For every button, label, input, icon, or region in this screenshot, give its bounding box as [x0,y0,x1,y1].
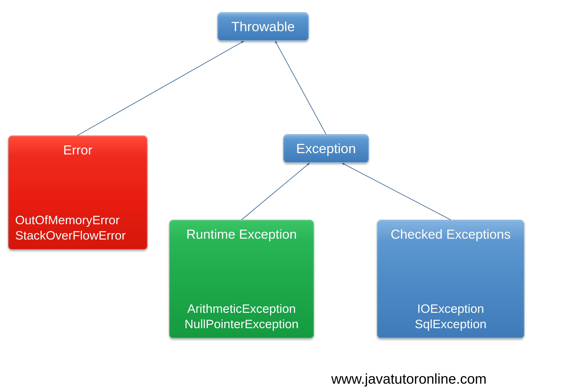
edge-checked-to-exception [342,163,451,220]
node-error-item: StackOverFlowError [15,228,147,243]
node-runtime-items: ArithmeticException NullPointerException [170,301,314,338]
edge-exception-to-throwable [275,41,326,134]
node-error-items: OutOfMemoryError StackOverFlowError [8,212,147,249]
node-error: Error OutOfMemoryError StackOverFlowErro… [8,136,148,250]
watermark-text: www.javatutoronline.com [331,371,486,387]
node-checked-item: SqlException [377,316,524,332]
node-exception-label: Exception [296,140,356,156]
node-checked-label: Checked Exceptions [377,220,524,242]
node-checked-item: IOException [377,301,524,316]
node-error-label: Error [8,136,147,158]
node-checked-items: IOException SqlException [377,301,524,338]
node-exception: Exception [283,134,369,163]
node-runtime-exception: Runtime Exception ArithmeticException Nu… [169,220,314,338]
diagram-canvas: Throwable Error OutOfMemoryError StackOv… [0,0,586,392]
node-runtime-item: ArithmeticException [170,301,314,316]
node-runtime-label: Runtime Exception [170,220,314,242]
node-throwable-label: Throwable [231,18,295,35]
node-error-item: OutOfMemoryError [15,212,147,228]
node-checked-exceptions: Checked Exceptions IOException SqlExcept… [377,220,524,338]
node-throwable: Throwable [218,12,309,41]
edge-runtime-to-exception [242,163,309,220]
edge-error-to-throwable [77,41,244,136]
node-runtime-item: NullPointerException [170,316,314,332]
